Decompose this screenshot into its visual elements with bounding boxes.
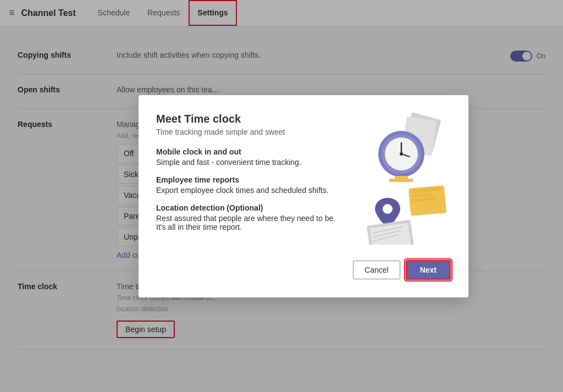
feature-mobile-clock-title: Mobile clock in and out — [156, 147, 339, 156]
feature-location-detection: Location detection (Optional) Rest assur… — [156, 203, 339, 231]
feature-time-reports: Employee time reports Export employee cl… — [156, 175, 339, 195]
modal-overlay: Meet Time clock Time tracking made simpl… — [0, 0, 563, 392]
modal-footer: Cancel Next — [156, 260, 451, 280]
svg-point-15 — [383, 204, 393, 214]
time-clock-modal: Meet Time clock Time tracking made simpl… — [139, 95, 468, 297]
cancel-button[interactable]: Cancel — [353, 261, 400, 279]
feature-location-title: Location detection (Optional) — [156, 203, 339, 212]
feature-mobile-clock: Mobile clock in and out Simple and fast … — [156, 147, 339, 167]
next-button[interactable]: Next — [406, 260, 451, 280]
modal-body: Meet Time clock Time tracking made simpl… — [156, 113, 451, 245]
svg-rect-9 — [389, 179, 413, 182]
svg-point-7 — [400, 152, 403, 156]
feature-mobile-clock-desc: Simple and fast - convenient time tracki… — [156, 158, 339, 167]
feature-time-reports-title: Employee time reports — [156, 175, 339, 184]
feature-location-desc: Rest assured that people are where they … — [156, 214, 339, 231]
modal-title: Meet Time clock — [156, 113, 339, 125]
modal-subtitle: Time tracking made simple and sweet — [156, 128, 339, 136]
illustration-svg — [352, 113, 451, 245]
feature-time-reports-desc: Export employee clock times and schedule… — [156, 186, 339, 195]
modal-illustration — [352, 113, 451, 245]
modal-text: Meet Time clock Time tracking made simpl… — [156, 113, 339, 245]
